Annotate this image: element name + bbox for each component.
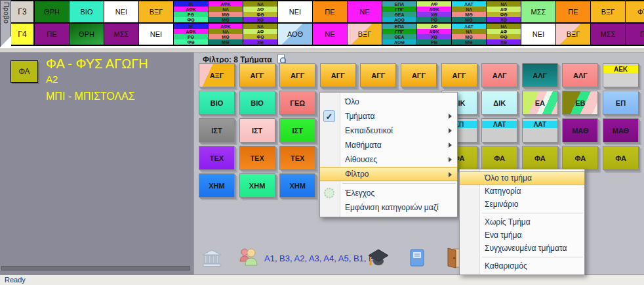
menu-item[interactable]: Αίθουσες: [320, 152, 457, 167]
subject-button[interactable]: ΧΗΜ: [239, 173, 275, 198]
subject-button[interactable]: ΜΑΘ: [603, 118, 639, 142]
subject-button[interactable]: ΑΓΓ: [441, 63, 477, 87]
subject-button[interactable]: ΒΙΟ: [239, 91, 275, 115]
subject-button[interactable]: ΑΓΓ: [360, 63, 396, 87]
timetable-cell[interactable]: ΜΣΣ: [521, 1, 556, 22]
timetable-cell[interactable]: ΠΕ: [35, 24, 70, 45]
subject-button[interactable]: ΒΙΟ: [199, 91, 235, 115]
checked-checkbox-icon[interactable]: ✓: [323, 110, 335, 122]
timetable-cell[interactable]: ΑΦΚΝΛΜΘΜΘ: [209, 24, 243, 45]
subject-button[interactable]: ΦΑ: [603, 146, 639, 170]
timetable-cell[interactable]: ΝΕΙ: [104, 1, 139, 22]
timetable-cell[interactable]: ΝΕΙ: [139, 24, 174, 45]
subject-button[interactable]: ΑΛΓ: [481, 63, 517, 87]
menu-item[interactable]: Κατηγορία: [460, 185, 584, 198]
subject-button[interactable]: ΕΑ: [522, 91, 558, 115]
subject-button[interactable]: ΦΑ: [481, 146, 517, 170]
timetable-substripe: ΑΦΚ: [417, 7, 451, 12]
menu-item[interactable]: ✓Έλεγχος: [320, 186, 457, 200]
timetable-cell[interactable]: ΙΚΑΦΚΡΘΦΘ: [174, 1, 209, 22]
subject-button[interactable]: ΦΑ: [522, 146, 558, 170]
subject-button[interactable]: ΙΣΤ: [279, 118, 315, 142]
subject-button[interactable]: ΑΓΓ: [239, 63, 275, 87]
subject-button[interactable]: ΓΕΩ: [279, 91, 315, 115]
timetable-cell[interactable]: ΑΦΚΝΛΜΘΜΘ: [209, 1, 243, 22]
timetable-cell[interactable]: ΒΞΓ: [348, 24, 382, 45]
timetable-cell[interactable]: ΛΑΤΝΛΜΘΜΘ: [452, 1, 487, 22]
timetable-cell[interactable]: ΕΠΑΓΠΓΘΕΑΑΟΘ: [382, 24, 417, 45]
timetable-cell[interactable]: ΛΑΤΝΛΜΘΜΘ: [452, 24, 487, 45]
subject-button[interactable]: ΕΒ: [562, 91, 598, 115]
subject-button[interactable]: ΧΗΜ: [199, 173, 235, 198]
timetable-cell[interactable]: ΒΞΓ: [591, 1, 626, 22]
menu-item[interactable]: Σεμινάριο: [460, 198, 584, 211]
people-icon[interactable]: [237, 247, 261, 269]
menu-item[interactable]: Ενα τμήμα: [460, 229, 584, 242]
timetable-cell[interactable]: ΙΚΑΦΚΡΘΦΘ: [174, 24, 209, 45]
subject-button[interactable]: ΔΙΚ: [481, 91, 517, 115]
subject-button[interactable]: ΧΗΜ: [279, 173, 315, 198]
subject-button[interactable]: ΛΑΤ: [481, 118, 517, 142]
subject-title: ΦΑ - ΦΥΣ ΑΓΩΓΗ: [46, 56, 148, 72]
timetable-cell[interactable]: ΠΕ: [313, 1, 348, 22]
subject-button[interactable]: ΜΑΘ: [562, 118, 598, 142]
subject-button[interactable]: ΑΓΓ: [401, 63, 437, 87]
timetable-cell[interactable]: ΝΕΙ: [521, 24, 556, 45]
timetable-cell[interactable]: ΒΞΓ: [139, 1, 174, 22]
timetable-cell[interactable]: ΦΥ: [626, 1, 644, 22]
subject-button[interactable]: ΙΣΤ: [239, 118, 275, 142]
timetable-cell[interactable]: ΘΡΗ: [70, 24, 104, 45]
timetable-cell[interactable]: ΒΙΟ: [70, 1, 104, 22]
menu-item[interactable]: Μαθήματα: [320, 138, 457, 152]
menu-item[interactable]: Φίλτρο: [320, 167, 457, 181]
timetable-cell[interactable]: ΜΣΣ: [104, 24, 139, 45]
timetable-cell[interactable]: ΕΠΑΓΠΓΘΕΑΑΟΘ: [382, 1, 417, 22]
subject-button[interactable]: ΙΣΤ: [199, 118, 235, 142]
timetable-cell[interactable]: ΝΛΑΦΦΘΧΘ: [487, 1, 521, 22]
timetable-cell[interactable]: ΑΟΘ: [278, 24, 313, 45]
subject-button[interactable]: ΑΓΓ: [320, 63, 356, 87]
timetable-substripe: ΦΘ: [174, 17, 208, 22]
book-icon[interactable]: [409, 249, 425, 270]
menu-item[interactable]: Καθαρισμός: [460, 259, 584, 273]
timetable-cell[interactable]: ΝΛΑΦΦΘΧΘ: [487, 24, 521, 45]
view-tab[interactable]: Προβο: [0, 0, 11, 47]
menu-item[interactable]: Όλο: [320, 95, 457, 109]
timetable-substripe: ΝΛ: [243, 24, 277, 29]
subject-button[interactable]: ΑΓΓ: [279, 63, 315, 87]
timetable-cell[interactable]: ΜΣΣ: [591, 24, 626, 45]
subject-badge[interactable]: ΦΑ: [10, 60, 38, 83]
menu-item[interactable]: Χωρίς Τμήμα: [460, 215, 584, 229]
timetable-cell[interactable]: Π: [626, 24, 644, 45]
subject-button[interactable]: ΑΞΓ: [199, 63, 235, 87]
subject-button[interactable]: ΕΠ: [603, 91, 639, 115]
subject-button[interactable]: ΤΕΧ: [279, 146, 315, 170]
menu-item[interactable]: Όλο το τμήμα: [460, 171, 584, 185]
timetable-cell[interactable]: ΝΛΑΦΦΘΧΘ: [243, 24, 278, 45]
row-header[interactable]: Γ3: [11, 1, 35, 22]
graduation-cap-icon[interactable]: [367, 248, 389, 271]
subject-button[interactable]: ΑΛΓ: [522, 63, 558, 87]
timetable-cell[interactable]: ΘΡΗ: [35, 1, 70, 22]
subject-button[interactable]: ΛΑΤ: [522, 118, 558, 142]
building-icon[interactable]: [202, 250, 222, 270]
menu-item[interactable]: Εμφάνιση κατηγοριών μαζί: [320, 200, 457, 215]
menu-item[interactable]: ✓Τμήματα: [320, 109, 457, 123]
timetable-cell[interactable]: ΑΦΑΦΚΧΘΡΘ: [417, 24, 452, 45]
subject-button[interactable]: ΑΕΚ: [603, 63, 639, 87]
horizontal-scrollbar[interactable]: [1, 266, 190, 271]
subject-button[interactable]: ΦΑ: [562, 146, 598, 170]
timetable-cell[interactable]: ΝΕ: [348, 1, 382, 22]
timetable-cell[interactable]: ΝΕΙ: [278, 1, 313, 22]
subject-button[interactable]: ΤΕΧ: [239, 146, 275, 170]
timetable-cell[interactable]: ΑΦΑΦΚΧΘΡΘ: [417, 1, 452, 22]
timetable-cell[interactable]: ΒΞΓ: [556, 24, 591, 45]
menu-item[interactable]: Συγχωνευμένα τμήματα: [460, 242, 584, 255]
timetable-cell[interactable]: ΠΕ: [556, 1, 591, 22]
menu-item[interactable]: Εκπαιδευτικοί: [320, 123, 457, 138]
timetable-cell[interactable]: ΝΛΑΦΦΘΧΘ: [243, 1, 278, 22]
subject-button[interactable]: ΑΛΓ: [562, 63, 598, 87]
timetable-cell[interactable]: ΝΕ: [313, 24, 348, 45]
subject-button[interactable]: ΤΕΧ: [199, 146, 235, 170]
row-header[interactable]: Γ4: [11, 24, 35, 45]
